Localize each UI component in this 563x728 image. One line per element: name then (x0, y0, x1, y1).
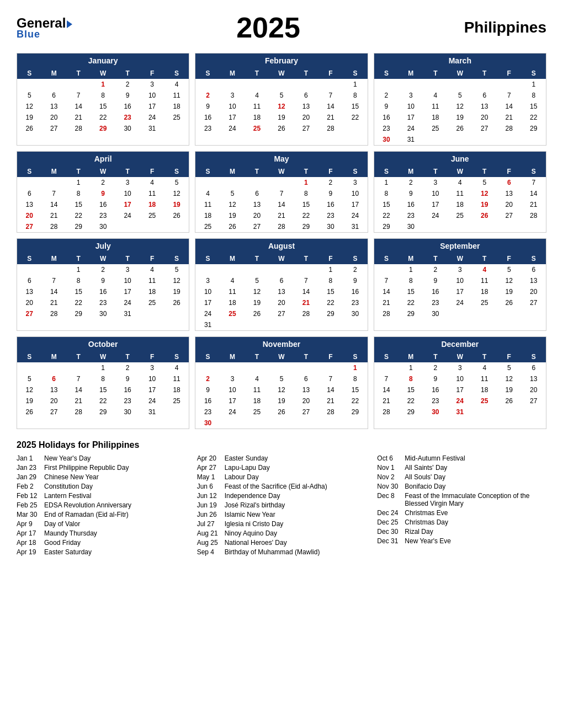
calendar-day: 18 (164, 101, 189, 112)
holiday-date: Feb 12 (17, 492, 40, 500)
day-header: W (269, 253, 294, 264)
holiday-name: Feast of the Sacrifice (Eid al-Adha) (225, 483, 327, 490)
calendar-day: 25 (140, 210, 164, 221)
day-header: T (294, 351, 318, 362)
calendar-day: 31 (195, 319, 220, 330)
calendar-day: 14 (318, 384, 343, 395)
calendar-day (521, 308, 546, 319)
calendar-day: 7 (521, 177, 546, 188)
calendar-day: 16 (91, 286, 115, 297)
calendar-day: 14 (374, 286, 399, 297)
month-calendar-july: JulySMTWTFS12345678910111213141516171819… (17, 238, 189, 331)
holiday-item: Feb 25EDSA Revolution Anniversary (17, 501, 186, 509)
calendar-day (220, 362, 245, 373)
calendar-day: 12 (220, 199, 245, 210)
holiday-item: Sep 4Birthday of Muhammad (Mawlid) (197, 548, 367, 556)
calendar-day: 19 (472, 199, 497, 210)
holiday-date: Apr 19 (17, 548, 40, 556)
calendar-day: 4 (140, 177, 164, 188)
holiday-name: Labour Day (225, 473, 259, 481)
calendar-day (66, 362, 91, 373)
calendar-day (41, 177, 66, 188)
calendar-day: 12 (245, 286, 269, 297)
day-header: W (91, 253, 115, 264)
day-header: S (195, 351, 220, 362)
calendar-day: 8 (343, 90, 368, 101)
calendar-day: 29 (66, 308, 91, 319)
holiday-date: Feb 25 (17, 501, 40, 509)
calendar-day: 22 (521, 112, 546, 123)
calendar-day: 11 (220, 286, 245, 297)
day-header: M (399, 68, 423, 79)
calendar-day: 18 (472, 384, 497, 395)
holiday-item: Mar 30End of Ramadan (Eid al-Fitr) (17, 511, 186, 518)
calendar-day: 16 (374, 112, 399, 123)
holiday-name: All Saints' Day (405, 464, 447, 472)
calendar-day: 22 (399, 297, 423, 308)
holiday-date: Feb 2 (17, 483, 40, 490)
calendar-day: 22 (91, 112, 115, 123)
holiday-item: Nov 30Bonifacio Day (377, 483, 546, 490)
calendar-day (195, 264, 220, 275)
calendar-day (472, 221, 497, 232)
calendar-day (497, 221, 521, 232)
holiday-column-3: Oct 6Mid-Autumn FestivalNov 1All Saints'… (377, 454, 546, 558)
holiday-item: Aug 21Ninoy Aquino Day (197, 529, 367, 537)
calendar-day: 3 (448, 362, 472, 373)
holiday-date: Jun 12 (197, 492, 220, 500)
calendar-day: 8 (399, 275, 423, 286)
calendar-day: 8 (91, 90, 115, 101)
calendar-day (245, 79, 269, 90)
calendar-day: 3 (399, 90, 423, 101)
calendar-day: 7 (41, 275, 66, 286)
country-title: Philippines (464, 19, 546, 36)
calendar-day (140, 308, 164, 319)
day-header: T (115, 166, 140, 177)
calendar-day: 28 (318, 406, 343, 417)
day-header: S (195, 68, 220, 79)
calendar-day: 16 (115, 384, 140, 395)
holiday-name: Chinese New Year (44, 473, 99, 481)
calendar-day: 18 (448, 199, 472, 210)
calendar-day (448, 134, 472, 145)
calendar-day: 27 (41, 406, 66, 417)
calendar-day: 7 (66, 90, 91, 101)
calendar-day: 26 (245, 308, 269, 319)
holiday-name: Good Friday (44, 539, 81, 547)
calendar-day: 22 (91, 395, 115, 406)
calendar-day: 31 (343, 221, 368, 232)
day-header: T (294, 68, 318, 79)
calendar-day (245, 362, 269, 373)
day-header: M (41, 166, 66, 177)
calendar-day (374, 264, 399, 275)
holiday-date: Dec 25 (377, 518, 400, 526)
day-header: T (472, 253, 497, 264)
holiday-name: Maundy Thursday (44, 529, 97, 537)
calendar-day: 12 (164, 188, 189, 199)
calendar-day: 13 (269, 286, 294, 297)
calendar-day: 13 (294, 101, 318, 112)
calendar-day (220, 264, 245, 275)
calendar-day: 5 (497, 264, 521, 275)
calendar-day: 25 (472, 395, 497, 406)
calendar-day: 28 (41, 308, 66, 319)
holiday-item: Feb 12Lantern Festival (17, 492, 186, 500)
calendar-day: 9 (374, 101, 399, 112)
calendar-day (423, 221, 448, 232)
calendar-day: 8 (66, 188, 91, 199)
holiday-item: Dec 25Christmas Day (377, 518, 546, 526)
calendar-day: 9 (91, 188, 115, 199)
calendar-day: 5 (245, 275, 269, 286)
calendar-day: 23 (423, 297, 448, 308)
day-header: F (497, 166, 521, 177)
holiday-name: Feast of the Immaculate Conception of th… (405, 492, 546, 507)
calendar-day: 1 (399, 264, 423, 275)
day-header: T (472, 68, 497, 79)
calendar-day (41, 264, 66, 275)
calendar-day: 15 (91, 101, 115, 112)
calendar-day: 21 (374, 395, 399, 406)
calendar-day: 23 (374, 123, 399, 134)
calendar-day: 12 (269, 384, 294, 395)
calendar-day: 4 (423, 90, 448, 101)
calendar-day: 13 (245, 199, 269, 210)
